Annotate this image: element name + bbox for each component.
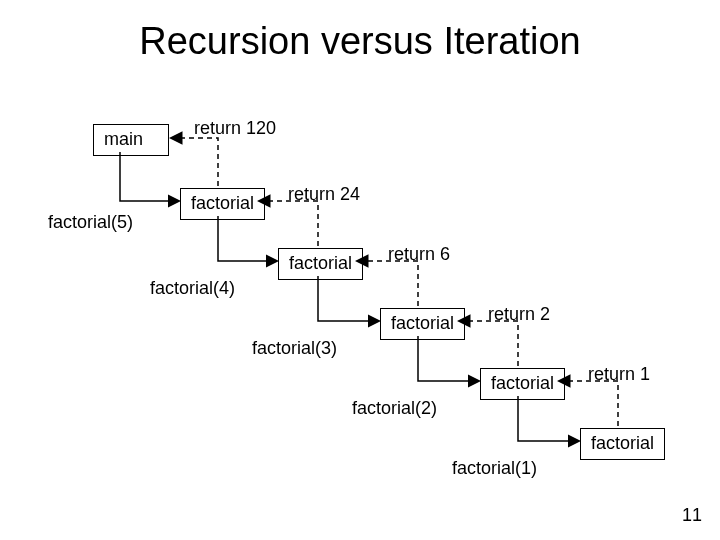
label-factorial-5: factorial(5): [48, 212, 133, 233]
page-number: 11: [682, 505, 702, 526]
box-main: main: [93, 124, 169, 156]
box-factorial-b: factorial: [278, 248, 363, 280]
label-factorial-2: factorial(2): [352, 398, 437, 419]
label-return-6: return 6: [388, 244, 450, 265]
label-return-120: return 120: [194, 118, 276, 139]
label-factorial-4: factorial(4): [150, 278, 235, 299]
box-factorial-d: factorial: [480, 368, 565, 400]
label-factorial-3: factorial(3): [252, 338, 337, 359]
label-factorial-1: factorial(1): [452, 458, 537, 479]
label-return-24: return 24: [288, 184, 360, 205]
label-return-1: return 1: [588, 364, 650, 385]
box-factorial-c: factorial: [380, 308, 465, 340]
label-return-2: return 2: [488, 304, 550, 325]
box-factorial-a: factorial: [180, 188, 265, 220]
page-title: Recursion versus Iteration: [0, 20, 720, 63]
box-factorial-e: factorial: [580, 428, 665, 460]
